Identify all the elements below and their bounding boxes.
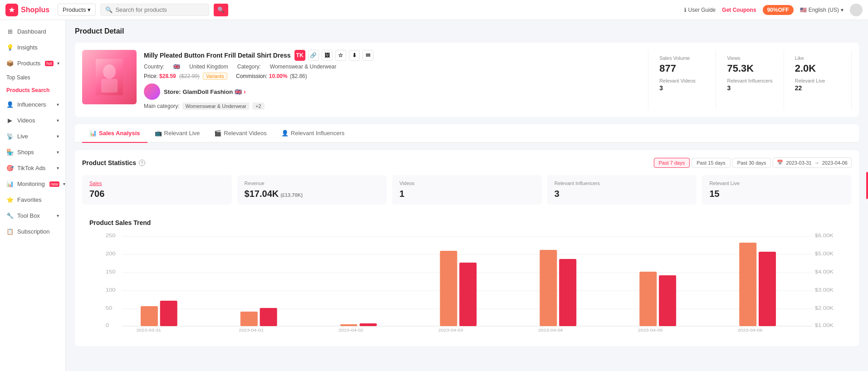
commission-value: ($2.86)	[290, 73, 307, 79]
bar	[160, 301, 177, 326]
sidebar-item-live[interactable]: 📡 Live ▾	[0, 128, 65, 144]
language-selector[interactable]: 🇺🇸 English (US) ▾	[800, 7, 843, 13]
product-price-row: Price: $28.59 ($22.99) Variants Commissi…	[144, 73, 641, 80]
stats-title-text: Product Statistics	[82, 159, 136, 166]
svg-text:0: 0	[106, 322, 109, 328]
svg-rect-2	[101, 79, 118, 93]
store-arrow-icon[interactable]: ›	[244, 88, 246, 95]
period-15-days-button[interactable]: Past 15 days	[691, 158, 731, 168]
product-download-icon[interactable]: ⬇	[349, 50, 360, 61]
sidebar-item-label: Products	[17, 60, 40, 67]
period-7-days-button[interactable]: Past 7 days	[654, 158, 690, 168]
nav-products-button[interactable]: Products ▾	[58, 4, 96, 16]
chevron-icon: ▾	[57, 118, 59, 123]
svg-text:2023-04-05: 2023-04-05	[638, 328, 663, 332]
svg-text:2023-04-03: 2023-04-03	[438, 328, 463, 332]
price-current: $28.59	[159, 73, 176, 79]
bar	[759, 252, 776, 326]
sidebar-item-subscription[interactable]: 📋 Subscription	[0, 224, 65, 239]
search-input[interactable]	[115, 6, 204, 13]
layout: ⊞ Dashboard 💡 Insights 📦 Products hot ▾ …	[0, 20, 868, 371]
products-badge: hot	[45, 61, 54, 66]
chevron-down-icon: ▾	[88, 6, 91, 13]
chevron-icon: ▾	[57, 150, 59, 155]
stats-title: Product Statistics ?	[82, 159, 145, 166]
user-avatar[interactable]	[850, 4, 863, 16]
sidebar-item-tiktok-ads[interactable]: 🎯 TikTok Ads ▾	[0, 160, 65, 176]
statistics-section: Product Statistics ? Past 7 days Past 15…	[75, 150, 859, 346]
product-meta: Country: 🇬🇧 United Kingdom Category: Wom…	[144, 63, 641, 70]
info-icon[interactable]: ?	[139, 160, 145, 166]
sales-link[interactable]: Sales	[89, 181, 102, 186]
product-image-icon[interactable]: 🖼	[322, 50, 333, 61]
chevron-down-icon: ▾	[841, 7, 843, 13]
sidebar-item-products-search[interactable]: Products Search	[0, 84, 65, 97]
user-guide-button[interactable]: ℹ User Guide	[684, 7, 716, 13]
sidebar-item-label: Dashboard	[17, 28, 46, 35]
price-original: ($22.99)	[179, 73, 200, 79]
tab-sales-analysis[interactable]: 📊 Sales Analysis	[82, 124, 147, 143]
logo-icon	[5, 4, 18, 16]
chevron-icon: ▾	[57, 102, 59, 107]
language-label: English (US)	[809, 7, 839, 13]
store-name-row: Store: GlamDoll Fashion 🇬🇧 ›	[164, 88, 246, 95]
tab-relevant-live[interactable]: 📺 Relevant Live	[147, 124, 207, 143]
sidebar-item-tool-box[interactable]: 🔧 Tool Box ▾	[0, 208, 65, 224]
user-guide-icon: ℹ	[684, 7, 687, 13]
svg-text:2023-04-04: 2023-04-04	[538, 328, 563, 332]
cat-more-button[interactable]: +2	[252, 103, 265, 110]
influencers-icon: 👤	[6, 101, 14, 108]
product-info: Milly Pleated Button Front Frill Detail …	[144, 50, 641, 110]
sidebar-item-shops[interactable]: 🏪 Shops ▾	[0, 144, 65, 160]
chart-icon: 📊	[89, 130, 97, 137]
svg-text:$2.00K: $2.00K	[815, 305, 834, 311]
chart-svg: 250 200 150 100 50 0	[89, 232, 844, 332]
product-top: Milly Pleated Button Front Frill Detail …	[82, 50, 852, 110]
product-name-row: Milly Pleated Button Front Frill Detail …	[144, 50, 641, 61]
product-image	[82, 50, 137, 104]
stat-like-label: Like	[795, 55, 840, 61]
product-share-icon[interactable]: ✉	[363, 50, 373, 61]
tiktok-ads-icon: 🎯	[6, 165, 14, 171]
period-30-days-button[interactable]: Past 30 days	[732, 158, 771, 168]
promo-button[interactable]: 90%OFF	[763, 5, 794, 15]
stat-views-value: 75.3K	[727, 63, 772, 74]
sidebar-item-insights[interactable]: 💡 Insights	[0, 39, 65, 55]
bar	[539, 250, 557, 326]
product-external-link-icon[interactable]: 🔗	[308, 50, 319, 61]
search-submit-button[interactable]: 🔍	[214, 4, 228, 16]
date-range-picker[interactable]: 📅 2023-03-31 → 2023-04-06	[773, 157, 852, 168]
chevron-icon: ▾	[57, 166, 59, 171]
sidebar-item-label: Insights	[17, 44, 38, 51]
tab-relevant-videos[interactable]: 🎬 Relevant Videos	[207, 124, 274, 143]
sidebar-item-top-sales[interactable]: Top Sales	[0, 71, 65, 84]
svg-text:2023-04-01: 2023-04-01	[239, 328, 264, 332]
sidebar-item-label: Subscription	[17, 228, 50, 235]
sidebar-item-influencers[interactable]: 👤 Influencers ▾	[0, 97, 65, 112]
bar	[260, 308, 277, 326]
stat-relevant-influencers-label: Relevant Influencers	[727, 78, 772, 83]
sidebar-item-monitoring[interactable]: 📊 Monitoring new ▾	[0, 176, 65, 192]
chevron-icon: ▾	[63, 181, 65, 186]
price-label: Price:	[144, 73, 158, 79]
variants-button[interactable]: Variants	[203, 73, 227, 80]
sidebar-item-favorites[interactable]: ⭐ Favorites	[0, 192, 65, 208]
category-value: Womenswear & Underwear	[270, 63, 337, 70]
sidebar-item-dashboard[interactable]: ⊞ Dashboard	[0, 24, 65, 39]
sidebar-item-videos[interactable]: ▶ Videos ▾	[0, 112, 65, 128]
svg-text:2023-03-31: 2023-03-31	[136, 328, 161, 332]
sidebar-item-products[interactable]: 📦 Products hot ▾	[0, 55, 65, 71]
product-link-icon[interactable]: TK	[294, 50, 305, 61]
product-stats-grid: Sales Volume 877 Relevant Videos 3 Views…	[648, 50, 852, 110]
tab-relevant-influencers[interactable]: 👤 Relevant Influencers	[274, 124, 352, 143]
get-coupons-button[interactable]: Get Coupons	[722, 7, 756, 13]
main-cat-row: Main category: Womenswear & Underwear +2	[144, 103, 641, 110]
country-label: Country:	[144, 63, 164, 70]
metric-sales: Sales 706	[82, 175, 232, 205]
bar	[639, 272, 657, 326]
svg-text:$6.00K: $6.00K	[815, 233, 834, 239]
videos-tab-icon: 🎬	[214, 130, 221, 137]
metric-relevant-live-value: 15	[709, 189, 844, 199]
product-star-icon[interactable]: ☆	[335, 50, 346, 61]
metric-videos-label: Videos	[399, 181, 535, 186]
